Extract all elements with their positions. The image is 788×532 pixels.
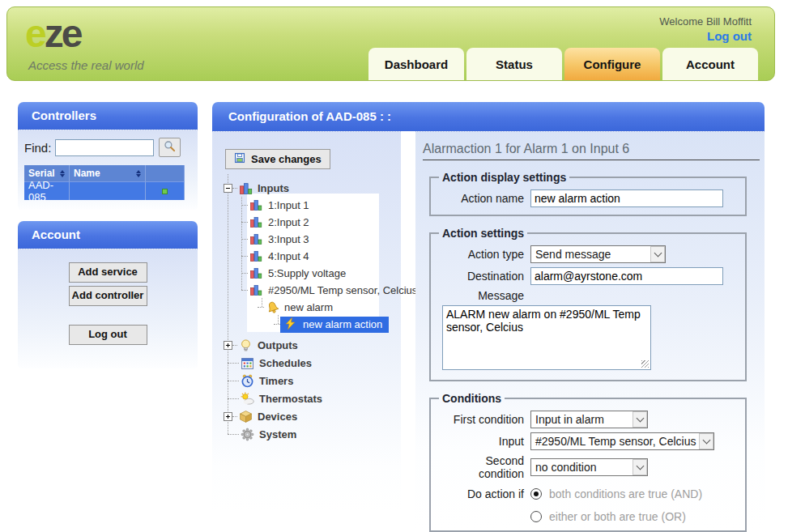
cell-status xyxy=(146,182,185,200)
conditions-fieldset: Conditions First condition Input in alar… xyxy=(429,392,747,532)
tree-item-input-1[interactable]: 1:Input 1 xyxy=(212,197,401,214)
logo-tagline: Access the real world xyxy=(28,58,144,72)
bar-chart-icon xyxy=(249,232,263,246)
first-condition-label: First condition xyxy=(437,413,524,426)
action-type-select[interactable]: Send message xyxy=(530,245,666,263)
account-panel-body: Add service Add controller Log out xyxy=(18,249,198,368)
configuration-panel: Configuration of AAD-085 : : Save change… xyxy=(212,102,765,532)
tree-item-input-3[interactable]: 3:Input 3 xyxy=(212,231,401,248)
alarm-action-detail-pane: Alarmaction 1 for Alarm 1 on Input 6 Act… xyxy=(415,131,765,530)
tree-item-outputs[interactable]: Outputs xyxy=(212,336,401,354)
add-controller-button[interactable]: Add controller xyxy=(69,286,147,306)
first-condition-select[interactable]: Input in alarm xyxy=(530,411,648,428)
destination-input[interactable] xyxy=(530,267,723,285)
calendar-icon xyxy=(241,356,254,370)
logo-text-rest: ze xyxy=(45,12,81,55)
bulb-icon xyxy=(239,338,253,352)
action-name-input[interactable] xyxy=(530,189,723,207)
tree-item-new-alarm[interactable]: new alarm xyxy=(212,299,401,316)
controllers-table: Serial Name AAD-085 xyxy=(24,165,185,200)
table-row[interactable]: AAD-085 xyxy=(24,182,185,200)
tree-item-timers[interactable]: Timers xyxy=(212,372,401,389)
sort-icon xyxy=(57,170,65,177)
tree-item-schedules[interactable]: Schedules xyxy=(212,354,401,372)
account-logout-button[interactable]: Log out xyxy=(69,325,147,345)
message-textarea[interactable]: ALARM new alarm on #2950/ML Temp sensor,… xyxy=(442,305,651,370)
detail-heading: Alarmaction 1 for Alarm 1 on Input 6 xyxy=(423,142,760,160)
tree-item-temp-sensor[interactable]: #2950/ML Temp sensor, Celcius xyxy=(212,282,401,299)
online-status-icon xyxy=(162,189,168,194)
bar-chart-icon xyxy=(249,283,263,297)
tree-item-input-4[interactable]: 4:Input 4 xyxy=(212,248,401,265)
device-tree-pane: Save changes Inputs 1:Input 1 xyxy=(212,131,401,512)
save-changes-button[interactable]: Save changes xyxy=(225,149,330,169)
radio-or[interactable] xyxy=(530,511,542,522)
tree-item-new-alarm-action[interactable]: new alarm action xyxy=(212,316,401,333)
sort-icon xyxy=(133,170,141,177)
logout-link[interactable]: Log out xyxy=(707,29,752,43)
expand-toggle-icon[interactable] xyxy=(224,341,232,350)
expand-toggle-icon[interactable] xyxy=(224,412,232,421)
bar-chart-icon xyxy=(249,266,263,280)
search-icon xyxy=(164,140,176,155)
chevron-down-icon xyxy=(699,433,713,449)
resize-grip-icon[interactable] xyxy=(641,360,649,368)
floppy-disk-icon xyxy=(234,152,245,166)
conditions-legend: Conditions xyxy=(439,392,505,405)
selected-tree-item[interactable]: new alarm action xyxy=(280,317,389,333)
controllers-panel-title: Controllers xyxy=(18,102,198,130)
find-input[interactable] xyxy=(55,139,154,156)
action-display-settings-fieldset: Action display settings Action name xyxy=(429,171,747,216)
nav-tabs: Dashboard Status Configure Account xyxy=(368,48,758,80)
tree-item-devices[interactable]: Devices xyxy=(212,407,401,425)
account-panel: Account Add service Add controller Log o… xyxy=(18,221,198,368)
bar-chart-icon xyxy=(249,215,263,229)
bar-chart-icon xyxy=(239,181,253,195)
collapse-toggle-icon[interactable] xyxy=(224,184,232,193)
lightning-icon xyxy=(284,317,298,331)
destination-label: Destination xyxy=(437,270,524,283)
action-name-label: Action name xyxy=(437,192,524,205)
column-header-name[interactable]: Name xyxy=(70,165,146,182)
device-tree: Inputs 1:Input 1 2:Input 2 3:Input 3 xyxy=(212,179,401,443)
cell-serial: AAD-085 xyxy=(24,182,70,200)
controllers-panel: Controllers Find: Serial Name xyxy=(18,102,198,210)
tab-configure[interactable]: Configure xyxy=(564,48,660,80)
condition-input-select[interactable]: #2950/ML Temp sensor, Celcius xyxy=(530,432,714,450)
app-header: eze Access the real world Welcome Bill M… xyxy=(6,6,775,81)
chevron-down-icon xyxy=(650,246,665,262)
tree-item-input-2[interactable]: 2:Input 2 xyxy=(212,214,401,231)
radio-and[interactable] xyxy=(530,488,542,500)
action-settings-fieldset: Action settings Action type Send message… xyxy=(429,227,747,381)
chevron-down-icon xyxy=(633,459,647,475)
radio-or-label: either or both are true (OR) xyxy=(549,510,686,523)
add-service-button[interactable]: Add service xyxy=(69,262,147,283)
controllers-panel-body: Find: Serial Name AAD-08 xyxy=(18,130,198,210)
account-panel-title: Account xyxy=(18,221,198,249)
do-action-if-label: Do action if xyxy=(437,487,524,500)
logo-text-first: e xyxy=(25,12,45,55)
condition-input-label: Input xyxy=(437,435,524,448)
gear-icon xyxy=(241,428,254,441)
action-type-label: Action type xyxy=(437,248,524,261)
alarm-clock-icon xyxy=(241,374,254,388)
tree-item-thermostats[interactable]: Thermostats xyxy=(212,389,401,407)
logo: eze xyxy=(25,14,80,54)
tree-item-supply-voltage[interactable]: 5:Supply voltage xyxy=(212,265,401,282)
second-condition-select[interactable]: no condition xyxy=(530,458,648,476)
tree-item-system[interactable]: System xyxy=(212,425,401,443)
tab-status[interactable]: Status xyxy=(466,48,562,80)
box-icon xyxy=(239,410,253,423)
bar-chart-icon xyxy=(249,249,263,263)
action-settings-legend: Action settings xyxy=(439,227,527,240)
tab-dashboard[interactable]: Dashboard xyxy=(368,48,464,80)
column-header-status xyxy=(146,165,185,182)
cell-name xyxy=(70,182,146,200)
configuration-panel-title: Configuration of AAD-085 : : xyxy=(212,102,765,131)
radio-and-label: both conditions are true (AND) xyxy=(549,487,702,500)
tree-item-inputs[interactable]: Inputs xyxy=(212,179,401,197)
search-button[interactable] xyxy=(159,138,181,157)
tab-account[interactable]: Account xyxy=(662,48,758,80)
sun-cloud-icon xyxy=(241,392,254,406)
bell-icon xyxy=(266,300,279,314)
